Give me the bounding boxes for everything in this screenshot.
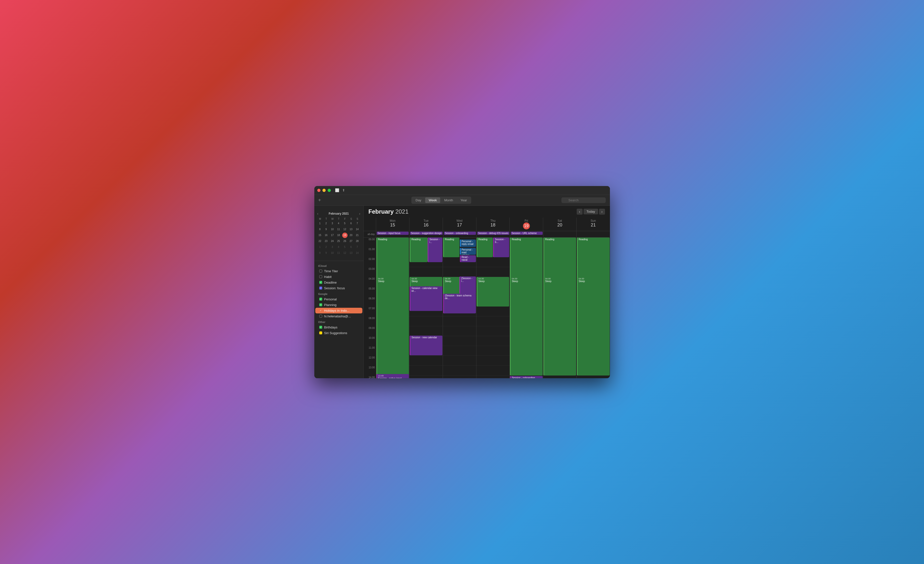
allday-event[interactable]: Session - URL scheme	[511, 232, 543, 235]
mini-cal-day[interactable]: 4	[336, 221, 341, 226]
mini-cal-day[interactable]: 1	[317, 221, 323, 226]
tab-month[interactable]: Month	[441, 197, 456, 203]
sidebar-item-habit[interactable]: Habit	[315, 274, 362, 280]
mini-cal-day[interactable]: 23	[323, 238, 329, 244]
sidebar-item-personal[interactable]: ✓ Personal	[315, 296, 362, 302]
mini-cal-day[interactable]: 13	[348, 250, 354, 256]
mini-cal-day[interactable]: 11	[336, 226, 341, 232]
mini-cal-day[interactable]: 8	[317, 250, 323, 256]
maximize-button[interactable]	[328, 189, 331, 192]
event-onboarding-fri1[interactable]: Session - onboarding	[510, 376, 543, 378]
mini-cal-day[interactable]: 12	[342, 250, 348, 256]
mini-cal-day[interactable]: 10	[330, 226, 335, 232]
mini-cal-day[interactable]: 2	[323, 244, 329, 250]
holidays-checkbox[interactable]: ✓	[319, 309, 322, 312]
prev-week-button[interactable]: ‹	[577, 209, 583, 214]
event-reading-sat[interactable]: Reading	[543, 237, 576, 375]
mini-cal-day[interactable]: 24	[330, 238, 335, 244]
scrollable-area[interactable]: 00.00 01.00 02.00 03.00 04.00 05.00 06.0…	[364, 237, 610, 378]
mini-cal-day[interactable]: 4	[336, 244, 341, 250]
sidebar-item-holidays[interactable]: ✓ Holidays in Indo...	[315, 308, 362, 314]
mini-cal-day[interactable]: 5	[342, 244, 348, 250]
add-event-button[interactable]: +	[318, 197, 321, 203]
sidebar-item-deadline[interactable]: ✓ Deadline	[315, 280, 362, 285]
mini-cal-day[interactable]: 6	[348, 244, 354, 250]
event-reply-email[interactable]: Personal - reply email	[460, 240, 476, 247]
today-button[interactable]: Today	[584, 209, 598, 214]
event-reading-thu[interactable]: Reading	[477, 237, 493, 257]
mini-cal-day[interactable]: 14	[354, 226, 360, 232]
mini-cal-day-today[interactable]: 19	[342, 232, 348, 238]
birthdays-checkbox[interactable]: ✓	[319, 326, 322, 329]
email-checkbox[interactable]	[319, 315, 322, 318]
mini-cal-day[interactable]: 28	[354, 238, 360, 244]
sidebar-item-siri[interactable]: Siri Suggestions	[315, 330, 362, 336]
tab-year[interactable]: Year	[457, 197, 470, 203]
sidebar-item-planning[interactable]: ✓ Planning	[315, 302, 362, 308]
event-native-input-focus-mon[interactable]: 13.49Session - native input focus	[376, 374, 409, 378]
mini-cal-day[interactable]: 18	[336, 232, 341, 238]
event-sleep-thu[interactable]: 04.00Sleep	[477, 277, 509, 306]
event-read-articles[interactable]: Personal - read articles	[460, 248, 476, 255]
tab-day[interactable]: Day	[412, 197, 424, 203]
session-focus-checkbox[interactable]: ✓	[319, 286, 322, 290]
event-reading-wed[interactable]: Reading	[443, 237, 459, 257]
mini-cal-day[interactable]: 16	[323, 232, 329, 238]
mini-cal-day[interactable]: 11	[336, 250, 341, 256]
share-icon[interactable]: ⬆	[341, 188, 346, 193]
deadline-checkbox[interactable]: ✓	[319, 281, 322, 284]
mini-cal-day[interactable]: 7	[354, 244, 360, 250]
event-session-i-wed[interactable]: {Session - i...	[459, 276, 476, 294]
mini-cal-day[interactable]: 5	[342, 221, 348, 226]
event-sleep-mon[interactable]: 04.00Sleep	[376, 277, 409, 306]
mini-cal-day[interactable]: 14	[354, 250, 360, 256]
event-sleep-fri[interactable]: 04.00Sleep	[510, 277, 543, 306]
habit-checkbox[interactable]	[319, 275, 322, 278]
mini-cal-day[interactable]: 12	[342, 226, 348, 232]
sidebar-item-time-tiler[interactable]: Time Tiler	[315, 268, 362, 274]
mini-cal-day[interactable]: 15	[317, 232, 323, 238]
mini-cal-day[interactable]: 21	[354, 232, 360, 238]
mini-cal-day[interactable]: 22	[317, 238, 323, 244]
mini-cal-next[interactable]: ›	[359, 212, 360, 216]
sidebar-item-birthdays[interactable]: ✓ Birthdays	[315, 324, 362, 330]
event-calendar-view-tue[interactable]: Session - calendar view wi...	[410, 286, 442, 311]
allday-event[interactable]: Session - debug iOS issues	[477, 232, 509, 235]
mini-cal-day[interactable]: 9	[323, 250, 329, 256]
mini-cal-prev[interactable]: ‹	[317, 212, 318, 216]
mini-cal-day[interactable]: 17	[330, 232, 335, 238]
mini-cal-day[interactable]: 9	[323, 226, 329, 232]
close-button[interactable]	[317, 189, 321, 192]
mini-cal-day[interactable]: 1	[317, 244, 323, 250]
mini-cal-day[interactable]: 2	[323, 221, 329, 226]
mini-cal-day[interactable]: 6	[348, 221, 354, 226]
siri-checkbox[interactable]	[319, 332, 322, 334]
next-week-button[interactable]: ›	[599, 209, 605, 214]
event-sleep-sun[interactable]: 04.00Sleep	[577, 277, 610, 306]
event-b-thu[interactable]: Session - b...	[493, 237, 509, 257]
tab-week[interactable]: Week	[425, 197, 440, 203]
planning-checkbox[interactable]: ✓	[319, 303, 322, 306]
mini-cal-day[interactable]: 3	[330, 244, 335, 250]
personal-checkbox[interactable]: ✓	[319, 298, 322, 301]
allday-event[interactable]: Session - suggestion design	[410, 232, 442, 235]
time-tiler-checkbox[interactable]	[319, 270, 322, 273]
event-new-calendar-tue[interactable]: Session - new calendar	[410, 336, 442, 355]
mini-cal-day[interactable]: 26	[342, 238, 348, 244]
allday-event[interactable]: Session - input focus	[376, 232, 409, 235]
sidebar-item-session-focus[interactable]: ✓ Session: focus	[315, 285, 362, 291]
mini-cal-day[interactable]: 7	[354, 221, 360, 226]
sidebar-item-email[interactable]: hi.helenatasha@...	[315, 314, 362, 319]
event-read-naval[interactable]: Read - naval	[460, 255, 476, 262]
sidebar-toggle-icon[interactable]: ⬜	[335, 188, 340, 193]
event-reading-tue[interactable]: Reading	[410, 237, 428, 262]
mini-cal-day[interactable]: 25	[336, 238, 341, 244]
mini-cal-day[interactable]: 13	[348, 226, 354, 232]
event-team-schema[interactable]: {Session - team schema de...	[443, 294, 476, 314]
mini-cal-day[interactable]: 10	[330, 250, 335, 256]
event-reading-sun[interactable]: Reading	[577, 237, 610, 375]
mini-cal-day[interactable]: 27	[348, 238, 354, 244]
mini-cal-day[interactable]: 20	[348, 232, 354, 238]
event-sleep-sat[interactable]: 04.00Sleep	[543, 277, 576, 306]
event-reading-fri[interactable]: Reading	[510, 237, 543, 375]
